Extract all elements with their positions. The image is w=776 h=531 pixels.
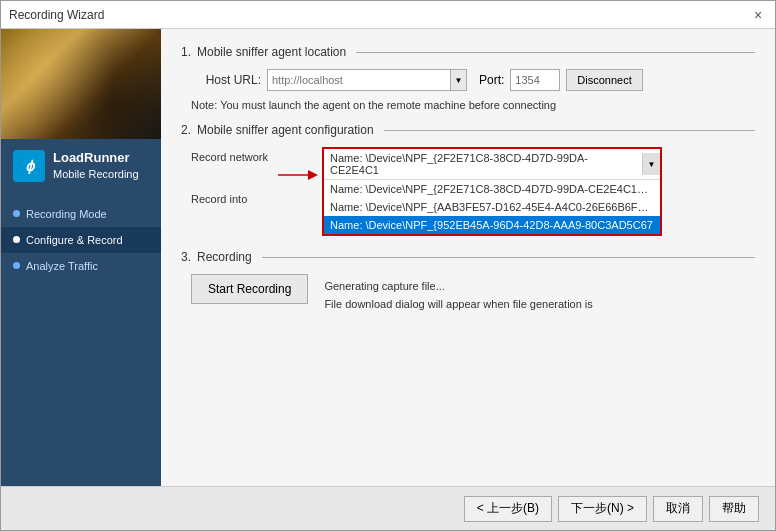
sidebar: ϕ LoadRunner Mobile Recording Recording … [1, 29, 161, 486]
config-labels: Record network Record into [191, 151, 268, 205]
section-3: 3. Recording Start Recording Generating … [181, 250, 755, 313]
host-url-input-container[interactable]: ▼ [267, 69, 467, 91]
port-input[interactable] [510, 69, 560, 91]
recording-status: Generating capture file... File download… [324, 274, 592, 313]
section-1-header: 1. Mobile sniffer agent location [181, 45, 755, 59]
hp-logo: ϕ [13, 150, 45, 182]
section-3-header: 3. Recording [181, 250, 755, 264]
record-network-label: Record network [191, 151, 268, 163]
dropdown-header[interactable]: Name: \Device\NPF_{2F2E71C8-38CD-4D7D-99… [324, 149, 660, 180]
host-url-input[interactable] [268, 74, 450, 86]
cancel-button[interactable]: 取消 [653, 496, 703, 522]
section-2-header: 2. Mobile sniffer agent configuration [181, 123, 755, 137]
note-text: Note: You must launch the agent on the r… [191, 99, 755, 111]
recording-wizard-window: Recording Wizard × ϕ LoadRunner Mobile R… [0, 0, 776, 531]
network-dropdown-container[interactable]: Name: \Device\NPF_{2F2E71C8-38CD-4D7D-99… [322, 147, 662, 236]
sidebar-item-recording-mode[interactable]: Recording Mode [1, 201, 161, 227]
section-1: 1. Mobile sniffer agent location Host UR… [181, 45, 755, 123]
section-2: 2. Mobile sniffer agent configuration Re… [181, 123, 755, 236]
section-1-title: Mobile sniffer agent location [197, 45, 346, 59]
disconnect-button[interactable]: Disconnect [566, 69, 642, 91]
nav-dot [13, 262, 20, 269]
main-content: ϕ LoadRunner Mobile Recording Recording … [1, 29, 775, 486]
prev-button[interactable]: < 上一步(B) [464, 496, 552, 522]
window-title: Recording Wizard [9, 8, 104, 22]
section-2-number: 2. [181, 123, 191, 137]
section-1-number: 1. [181, 45, 191, 59]
nav-label: Configure & Record [26, 234, 123, 246]
status-line-1: Generating capture file... [324, 278, 592, 296]
dropdown-items-list: Name: \Device\NPF_{2F2E71C8-38CD-4D7D-99… [324, 180, 660, 234]
dropdown-item-2[interactable]: Name: \Device\NPF_{AAB3FE57-D162-45E4-A4… [324, 198, 660, 216]
host-dropdown-arrow[interactable]: ▼ [450, 70, 466, 90]
nav-label: Recording Mode [26, 208, 107, 220]
section-2-title: Mobile sniffer agent configuration [197, 123, 374, 137]
brand-text: LoadRunner Mobile Recording [53, 149, 139, 183]
sidebar-item-configure-record[interactable]: Configure & Record [1, 227, 161, 253]
dropdown-header-arrow[interactable]: ▼ [642, 153, 660, 175]
close-button[interactable]: × [749, 6, 767, 24]
recording-area: Start Recording Generating capture file.… [191, 274, 755, 313]
brand-name: LoadRunner [53, 149, 139, 167]
host-label: Host URL: [191, 73, 261, 87]
nav-dot [13, 236, 20, 243]
sidebar-item-analyze-traffic[interactable]: Analyze Traffic [1, 253, 161, 279]
brand-sub: Mobile Recording [53, 167, 139, 182]
dropdown-item-1[interactable]: Name: \Device\NPF_{2F2E71C8-38CD-4D7D-99… [324, 180, 660, 198]
next-button[interactable]: 下一步(N) > [558, 496, 647, 522]
footer: < 上一步(B) 下一步(N) > 取消 帮助 [1, 486, 775, 530]
config-area: Record network Record into Name: \Device… [191, 147, 755, 236]
sidebar-image [1, 29, 161, 139]
dropdown-selected-text: Name: \Device\NPF_{2F2E71C8-38CD-4D7D-99… [324, 149, 642, 179]
host-url-row: Host URL: ▼ Port: Disconnect [191, 69, 755, 91]
sidebar-brand: ϕ LoadRunner Mobile Recording [1, 139, 161, 193]
sidebar-nav: Recording Mode Configure & Record Analyz… [1, 201, 161, 279]
content-area: 1. Mobile sniffer agent location Host UR… [161, 29, 775, 486]
svg-marker-1 [308, 170, 318, 180]
start-recording-button[interactable]: Start Recording [191, 274, 308, 304]
section-3-title: Recording [197, 250, 252, 264]
record-into-label: Record into [191, 193, 268, 205]
help-button[interactable]: 帮助 [709, 496, 759, 522]
status-line-2: File download dialog will appear when fi… [324, 296, 592, 314]
section-3-number: 3. [181, 250, 191, 264]
port-label: Port: [479, 73, 504, 87]
nav-label: Analyze Traffic [26, 260, 98, 272]
nav-dot [13, 210, 20, 217]
dropdown-item-3[interactable]: Name: \Device\NPF_{952EB45A-96D4-42D8-AA… [324, 216, 660, 234]
arrow-svg [278, 165, 318, 185]
arrow-indicator [278, 165, 318, 185]
title-bar: Recording Wizard × [1, 1, 775, 29]
